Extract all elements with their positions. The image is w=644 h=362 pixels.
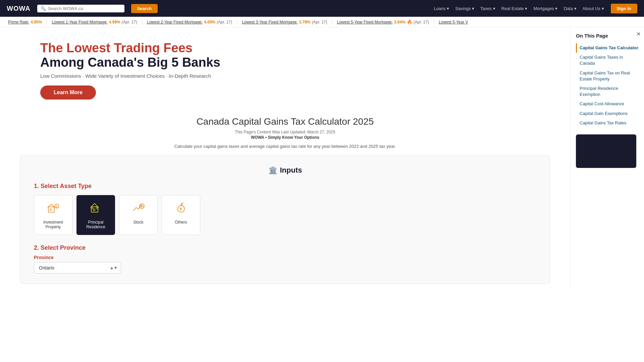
- ticker-5yr-v: Lowest 5-Year V: [434, 20, 473, 24]
- nav-realestate[interactable]: Real Estate ▾: [501, 6, 528, 11]
- asset-type-cards: $ Investment Property: [34, 195, 536, 235]
- calc-inputs-header: 🏛️ Inputs: [34, 166, 536, 175]
- calc-title: Canada Capital Gains Tax Calculator 2025: [20, 116, 550, 127]
- svg-rect-5: [93, 209, 95, 211]
- svg-text:$: $: [141, 205, 143, 208]
- principal-residence-label: Principal Residence: [81, 220, 111, 229]
- stock-label: Stock: [133, 220, 143, 225]
- hero-headline-red: The Lowest Trading Fees: [40, 41, 295, 55]
- ad-box: [576, 134, 636, 168]
- nav-links: Loans ▾ Savings ▾ Taxes ▾ Real Estate ▾ …: [434, 6, 604, 11]
- calc-brand: WOWA • Simply Know Your Options: [20, 135, 550, 140]
- nav-loans[interactable]: Loans ▾: [434, 6, 449, 11]
- nav-savings[interactable]: Savings ▾: [455, 6, 474, 11]
- svg-rect-1: [50, 209, 51, 210]
- hero-subtitle: Low Commissions · Wide Variety of Invest…: [40, 73, 295, 79]
- toc-item-principal-residence[interactable]: Principal Residence Exemption: [576, 84, 639, 99]
- inputs-icon: 🏛️: [268, 166, 277, 175]
- svg-rect-6: [92, 207, 93, 209]
- asset-card-stock[interactable]: $ Stock: [119, 195, 158, 235]
- svg-rect-7: [96, 207, 98, 209]
- ticker-5yr-date: (Apr. 17): [414, 20, 429, 24]
- section2-title: 2. Select Province: [34, 244, 536, 251]
- ticker-2yr: Lowest 2-Year Fixed Mortgage: 4.09% (Apr…: [142, 20, 237, 24]
- search-icon: 🔍: [41, 6, 46, 11]
- asset-card-principal-residence[interactable]: Principal Residence: [76, 195, 115, 235]
- calculator-section: Canada Capital Gains Tax Calculator 2025…: [0, 110, 570, 291]
- asset-card-investment-property[interactable]: $ Investment Property: [34, 195, 72, 235]
- ticker-prime-label[interactable]: Prime Rate:: [8, 20, 29, 24]
- svg-text:$: $: [180, 207, 182, 211]
- navbar: WOWA 🔍 Search Loans ▾ Savings ▾ Taxes ▾ …: [0, 0, 644, 17]
- ticker-1yr-date: (Apr. 17): [122, 20, 137, 24]
- hero-section: The Lowest Trading Fees Among Canada's B…: [0, 27, 302, 110]
- toc-item-cca[interactable]: Capital Cost Allowance: [576, 99, 639, 109]
- search-button[interactable]: Search: [131, 4, 158, 13]
- nav-data[interactable]: Data ▾: [564, 6, 576, 11]
- hero-headline-black: Among Canada's Big 5 Banks: [40, 55, 295, 70]
- section1-title: 1. Select Asset Type: [34, 183, 536, 190]
- calc-description: Calculate your capital gains taxes and a…: [20, 144, 550, 149]
- ticker-1yr-value: 4.99%: [109, 20, 120, 24]
- nav-mortgages[interactable]: Mortgages ▾: [533, 6, 557, 11]
- ticker-2yr-date: (Apr. 17): [217, 20, 232, 24]
- ticker-3yr-date: (Apr. 17): [312, 20, 327, 24]
- province-section: 2. Select Province Province Alberta Brit…: [34, 244, 536, 274]
- learn-more-button[interactable]: Learn More: [40, 85, 96, 100]
- search-input[interactable]: [48, 6, 121, 11]
- ticker-3yr-label[interactable]: Lowest 3-Year Fixed Mortgage:: [242, 20, 298, 24]
- nav-aboutus[interactable]: About Us ▾: [583, 6, 604, 11]
- inputs-label: Inputs: [280, 166, 302, 175]
- ticker-5yr: Lowest 5-Year Fixed Mortgage: 3.64% 🔥 (A…: [332, 19, 434, 24]
- investment-property-label: Investment Property: [38, 220, 68, 229]
- nav-taxes[interactable]: Taxes ▾: [480, 6, 495, 11]
- ticker-1yr: Lowest 1-Year Fixed Mortgage: 4.99% (Apr…: [47, 20, 142, 24]
- toc-item-calculator[interactable]: Capital Gains Tax Calculator: [576, 43, 639, 53]
- signin-button[interactable]: Sign In: [611, 4, 637, 13]
- ticker-5yr-v-label[interactable]: Lowest 5-Year V: [439, 20, 468, 24]
- ticker-1yr-label[interactable]: Lowest 1-Year Fixed Mortgage:: [52, 20, 107, 24]
- toc-item-real-estate[interactable]: Capital Gains Tax on Real Estate Propert…: [576, 68, 639, 84]
- close-toc-button[interactable]: ✕: [636, 31, 641, 37]
- toc-heading: On This Page: [576, 33, 639, 39]
- toc-item-rates[interactable]: Capital Gains Tax Rates: [576, 118, 639, 128]
- others-label: Others: [175, 220, 187, 225]
- ticker-5yr-label[interactable]: Lowest 5-Year Fixed Mortgage:: [337, 20, 393, 24]
- svg-text:$: $: [56, 205, 57, 208]
- principal-residence-icon: [89, 201, 103, 217]
- brand-logo[interactable]: WOWA: [7, 5, 31, 12]
- asset-card-others[interactable]: $ Others: [162, 195, 200, 235]
- ticker-prime: Prime Rate: 4.95%: [3, 20, 47, 24]
- main-content: The Lowest Trading Fees Among Canada's B…: [0, 27, 570, 291]
- toc-item-exemptions[interactable]: Capital Gain Exemptions: [576, 109, 639, 118]
- stock-icon: $: [132, 201, 145, 217]
- rate-ticker: Prime Rate: 4.95% Lowest 1-Year Fixed Mo…: [0, 17, 644, 27]
- province-label: Province: [34, 255, 536, 260]
- toc-panel: ✕ On This Page Capital Gains Tax Calcula…: [570, 27, 644, 291]
- ticker-3yr-value: 3.79%: [299, 20, 310, 24]
- ticker-3yr: Lowest 3-Year Fixed Mortgage: 3.79% (Apr…: [237, 20, 332, 24]
- ticker-2yr-value: 4.09%: [204, 20, 215, 24]
- ticker-2yr-label[interactable]: Lowest 2-Year Fixed Mortgage:: [147, 20, 203, 24]
- toc-item-taxes-canada[interactable]: Capital Gains Taxes in Canada: [576, 53, 639, 68]
- province-select[interactable]: Alberta British Columbia Manitoba New Br…: [34, 262, 121, 274]
- calc-updated: This Page's Content Was Last Updated: Ma…: [20, 130, 550, 134]
- calc-box: 🏛️ Inputs 1. Select Asset Type $: [20, 156, 550, 284]
- others-icon: $: [174, 201, 188, 217]
- ticker-prime-value: 4.95%: [31, 20, 42, 24]
- investment-property-icon: $: [47, 201, 60, 217]
- province-select-wrap: Alberta British Columbia Manitoba New Br…: [34, 262, 121, 274]
- search-bar: 🔍: [37, 5, 124, 12]
- ticker-5yr-value: 3.64%: [394, 20, 406, 24]
- page-wrap: The Lowest Trading Fees Among Canada's B…: [0, 27, 644, 291]
